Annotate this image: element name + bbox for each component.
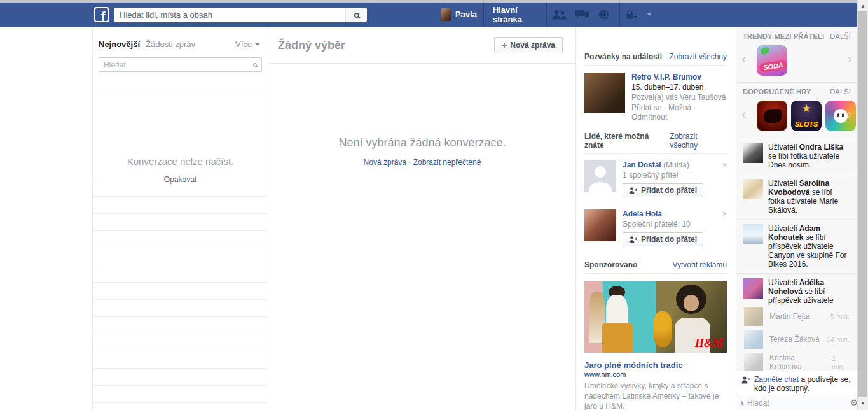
new-message-link[interactable]: Nová zpráva	[364, 158, 406, 167]
candy-crush-soda-game-icon[interactable]: SODA	[757, 45, 787, 76]
avatar[interactable]	[584, 160, 616, 192]
trending-games-title: TRENDY MEZI PŘÁTELI	[743, 32, 824, 40]
scroll-down-icon[interactable]: ▼	[858, 399, 868, 409]
avatar[interactable]	[584, 209, 616, 241]
global-search	[114, 8, 367, 22]
carousel-prev-icon[interactable]: ‹	[741, 107, 746, 122]
carousel-prev-icon[interactable]: ‹	[741, 52, 746, 67]
ticker-text: Uživateli Adélka Nohelová se líbí příspě…	[768, 278, 851, 305]
ad-photo-right: H&M	[656, 281, 727, 353]
tab-message-requests[interactable]: Žádosti zpráv	[146, 39, 195, 49]
avatar	[744, 307, 763, 326]
chat-search-bar: ⚙	[736, 395, 857, 410]
jurassic-game-icon[interactable]	[757, 101, 787, 131]
chat-last-active: 1 min.	[832, 355, 850, 370]
person-name-link[interactable]: Jan Dostál	[623, 160, 661, 169]
avatar[interactable]	[441, 8, 451, 21]
turn-on-chat-link[interactable]: Zapněte chat	[754, 375, 799, 384]
gear-icon[interactable]: ⚙	[850, 399, 857, 407]
pymk-suggestion: Jan Dostál (Mulda) 1 společný přítel Při…	[584, 154, 727, 203]
nav-home-link[interactable]: Hlavní stránka	[493, 5, 538, 24]
trending-games-more-link[interactable]: DALŠÍ	[830, 32, 851, 40]
avatar	[743, 224, 763, 244]
chat-search-input[interactable]	[747, 399, 846, 407]
page-scrollbar[interactable]: ▲ ▼	[857, 0, 868, 410]
event-invite-item[interactable]: Retro V.I.P. Brumov 15. duben–17. duben …	[584, 66, 727, 127]
pymk-header: Lidé, které možná znáte Zobrazit všechny	[584, 127, 727, 154]
chat-contact-name: Martin Fejta	[769, 312, 809, 321]
search-submit-button[interactable]	[345, 8, 367, 22]
scroll-up-icon[interactable]: ▲	[858, 1, 868, 11]
friend-requests-icon[interactable]	[551, 10, 567, 20]
facebook-logo-icon[interactable]: f	[94, 7, 109, 22]
close-icon[interactable]: ×	[722, 162, 727, 168]
person-add-icon	[629, 187, 637, 194]
person-name-link[interactable]: Adéla Holá	[623, 209, 662, 218]
event-rsvp-actions[interactable]: Přidat se · Možná · Odmítnout	[631, 103, 727, 122]
tab-newest[interactable]: Nejnovější	[99, 39, 140, 49]
conversation-list-tabs: Nejnovější Žádosti zpráv Více	[93, 27, 268, 49]
ad-headline-link[interactable]: Jaro plné módních tradic	[584, 360, 727, 370]
add-friend-label: Přidat do přátel	[641, 186, 697, 195]
star-icon: ★	[791, 102, 822, 115]
event-name-link[interactable]: Retro V.I.P. Brumov	[631, 73, 727, 82]
carousel-next-icon[interactable]: ›	[848, 107, 852, 122]
conversation-header: Žádný výběr + Nová zpráva	[269, 27, 575, 64]
add-friend-button[interactable]: Přidat do přátel	[623, 232, 703, 246]
hm-brand-logo: H&M	[695, 337, 723, 350]
slots-game-icon[interactable]: ★ SLOTS	[791, 101, 822, 131]
ticker-story[interactable]: Uživateli Adam Kohoutek se líbí příspěve…	[736, 220, 857, 274]
list-divider	[93, 90, 268, 90]
chevron-down-icon	[255, 43, 260, 46]
ad-photo-left	[584, 281, 656, 353]
retry-link[interactable]: Opakovat	[158, 175, 203, 184]
notifications-globe-icon[interactable]	[598, 9, 610, 20]
nav-divider	[483, 2, 484, 27]
recommended-games-more-link[interactable]: DALŠÍ	[830, 88, 851, 95]
ticker-text: Uživateli Adam Kohoutek se líbí příspěve…	[768, 224, 851, 269]
pymk-see-all-link[interactable]: Zobrazit všechny	[670, 132, 727, 150]
add-friend-button[interactable]: Přidat do přátel	[623, 183, 703, 197]
global-search-input[interactable]	[114, 10, 345, 20]
sponsored-title: Sponzorováno	[584, 260, 637, 269]
empty-conversation-rows	[93, 196, 268, 410]
ticker-story[interactable]: Uživateli Sarolína Kvobodová se líbí fot…	[736, 174, 857, 220]
chat-contact-row[interactable]: Tereza Žáková 14 min.	[736, 328, 857, 351]
ticker-story[interactable]: Uživateli Adélka Nohelová se líbí příspě…	[736, 274, 857, 305]
ticker-story[interactable]: Uživateli Ondra Liška se líbí fotka uživ…	[736, 138, 857, 174]
mutual-friends: 1 společný přítel	[623, 171, 727, 180]
privacy-shortcuts-lock-icon[interactable]	[626, 10, 637, 19]
right-rail: Pozvánky na události Zobrazit všechny Re…	[576, 27, 736, 410]
create-ad-link[interactable]: Vytvořit reklamu	[672, 260, 727, 269]
recommended-games-title: DOPORUČENÉ HRY	[743, 88, 811, 95]
ad-image[interactable]: H&M	[584, 281, 727, 353]
more-dropdown[interactable]: Více	[235, 39, 260, 49]
new-message-button[interactable]: + Nová zpráva	[494, 37, 563, 53]
messages-icon[interactable]	[575, 10, 589, 20]
avatar	[743, 179, 763, 199]
ticker-text: Uživateli Sarolína Kvobodová se líbí fot…	[768, 179, 851, 215]
event-invited-by: Pozval(a) vás Veru Taušová	[631, 93, 727, 102]
show-unread-link[interactable]: Zobrazit nepřečtené	[413, 158, 481, 167]
conversation-search-input[interactable]	[104, 60, 253, 69]
nav-profile-link[interactable]: Pavla	[455, 10, 477, 19]
empty-state-links: Nová zprávaZobrazit nepřečtené	[269, 158, 575, 167]
chat-contact-row[interactable]: Martin Fejta 5 min.	[736, 305, 857, 328]
ad-body-text: Umělecké výšivky, krajky a střapce s nád…	[584, 381, 727, 410]
chat-off-notice: Zapněte chat a podívejte se, kdo je dost…	[736, 371, 857, 395]
dot-separator	[406, 158, 413, 167]
scrollbar-thumb[interactable]	[858, 11, 867, 397]
carousel-next-icon[interactable]: ›	[848, 52, 852, 67]
events-see-all-link[interactable]: Zobrazit všechny	[669, 52, 727, 61]
plus-icon: +	[502, 40, 507, 50]
conversation-view-panel: Žádný výběr + Nová zpráva Není vybrána ž…	[269, 27, 576, 410]
event-photo[interactable]	[584, 73, 625, 113]
trending-games-section: TRENDY MEZI PŘÁTELI DALŠÍ ‹ SODA ›	[736, 27, 857, 83]
account-menu-caret-icon[interactable]	[647, 13, 652, 16]
close-icon[interactable]: ×	[722, 211, 727, 217]
chat-last-active: 14 min.	[827, 336, 850, 343]
activity-ticker: Uživateli Ondra Liška se líbí fotka uživ…	[736, 138, 857, 305]
search-icon	[253, 63, 257, 67]
event-details: Retro V.I.P. Brumov 15. duben–17. duben …	[631, 73, 727, 122]
chat-status-person-icon	[741, 376, 750, 384]
